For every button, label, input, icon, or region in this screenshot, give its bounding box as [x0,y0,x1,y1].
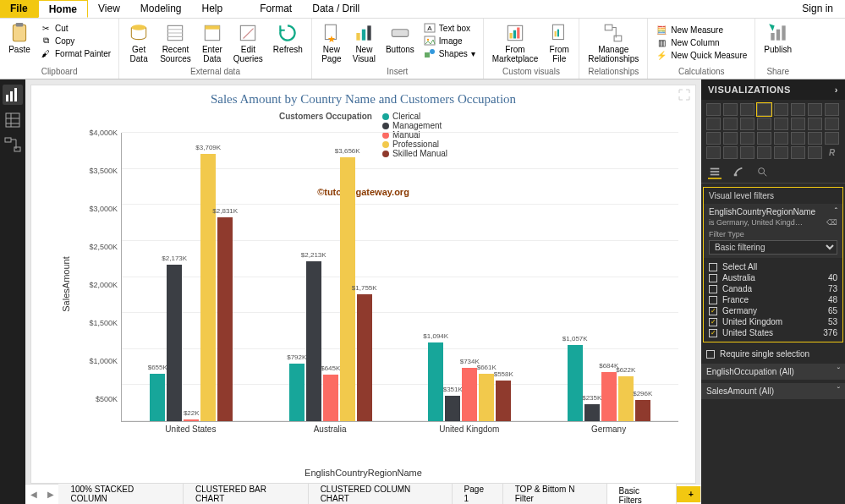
refresh-button[interactable]: Refresh [270,20,306,56]
enter-data-button[interactable]: Enter Data [198,20,227,65]
require-single-selection-row[interactable]: Require single selection [701,346,845,362]
filter-checkbox[interactable] [709,307,717,315]
bar[interactable]: $655K [150,374,165,421]
viz-type-button[interactable] [740,103,754,116]
bar[interactable]: $1,094K [428,342,443,421]
get-data-button[interactable]: Get Data [124,20,153,65]
format-painter-button[interactable]: 🖌Format Painter [37,47,113,59]
format-tab[interactable] [732,166,745,179]
page-tab-next[interactable]: ▶ [42,490,59,499]
legend-item[interactable]: Management [382,121,447,130]
viz-type-button[interactable] [723,103,738,116]
report-view-button[interactable] [3,85,23,105]
viz-type-button[interactable] [740,132,754,145]
visualizations-header[interactable]: VISUALIZATIONS › [701,79,845,100]
bar[interactable]: $296K [635,400,650,421]
chevron-up-icon[interactable]: ˆ [835,207,837,216]
viz-type-button[interactable] [791,132,805,145]
bar[interactable]: $351K [445,396,460,421]
new-measure-button[interactable]: 🧮New Measure [653,24,749,36]
filter-checkbox[interactable] [709,285,717,293]
viz-type-button[interactable] [774,146,788,159]
viz-type-button[interactable] [757,118,771,130]
viz-type-button[interactable] [791,103,805,116]
bar[interactable]: $645K [323,375,338,421]
filter-item[interactable]: United States376 [709,327,837,338]
page-tab-prev[interactable]: ◀ [25,490,42,499]
page-tab[interactable]: CLUSTERED BAR CHART [184,481,309,505]
require-single-checkbox[interactable] [706,350,715,359]
filter-card-country[interactable]: EnglishCountryRegionName ˆ is Germany, U… [704,204,842,258]
bar[interactable]: $2,831K [217,217,233,421]
copy-button[interactable]: ⧉Copy [37,35,113,47]
viz-type-button[interactable] [706,103,721,116]
page-tab[interactable]: Basic Filters [607,481,677,505]
bar[interactable]: $2,213K [306,261,321,421]
viz-type-button[interactable] [740,146,754,159]
edit-queries-button[interactable]: Edit Queries [230,20,266,65]
page-tab[interactable]: 100% STACKED COLUMN [58,481,184,505]
viz-type-button[interactable] [723,146,738,159]
menu-file[interactable]: File [0,0,38,18]
menu-modeling[interactable]: Modeling [130,0,192,18]
viz-type-button[interactable] [774,118,788,130]
viz-type-button[interactable] [723,132,738,145]
bar[interactable]: $235K [584,404,600,421]
filter-checkbox[interactable] [709,296,717,304]
viz-type-button[interactable] [740,118,754,130]
bar[interactable]: $684K [601,372,617,421]
new-visual-button[interactable]: New Visual [349,20,379,65]
viz-type-button[interactable] [757,146,771,159]
viz-type-button[interactable] [808,132,822,145]
from-file-button[interactable]: From File [545,20,573,65]
filter-item[interactable]: Canada73 [709,283,837,294]
add-page-button[interactable]: + [677,486,701,502]
viz-type-button[interactable] [706,132,721,145]
shapes-button[interactable]: Shapes ▾ [421,47,478,59]
filter-bucket-occupation[interactable]: EnglishOccupation (All)ˇ [701,364,845,380]
viz-type-button[interactable] [723,118,738,130]
page-tab[interactable]: Page 1 [453,481,503,505]
viz-type-button[interactable] [706,118,721,130]
bar[interactable]: $3,709K [200,154,216,421]
recent-sources-button[interactable]: Recent Sources [156,20,195,65]
focus-mode-icon[interactable] [678,89,690,101]
viz-type-button[interactable] [706,146,721,159]
bar[interactable]: $734K [462,368,477,421]
menu-view[interactable]: View [88,0,130,18]
page-tab[interactable]: CLUSTERED COLUMN CHART [309,481,453,505]
bar[interactable]: $1,057K [568,345,583,421]
filter-item[interactable]: United Kingdom53 [709,316,837,327]
manage-relationships-button[interactable]: Manage Relationships [584,20,642,65]
menu-help[interactable]: Help [192,0,233,18]
new-quick-measure-button[interactable]: ⚡New Quick Measure [653,49,749,61]
publish-button[interactable]: Publish [760,20,795,56]
report-canvas[interactable]: Sales Amount by Country Name and Custome… [30,85,696,484]
buttons-button[interactable]: Buttons [382,20,418,56]
viz-type-button[interactable] [791,146,805,159]
bar[interactable]: $2,173K [167,265,182,421]
from-marketplace-button[interactable]: From Marketplace [489,20,541,65]
bar[interactable]: $622K [618,376,634,421]
textbox-button[interactable]: AText box [421,22,478,34]
viz-type-button[interactable] [774,103,788,116]
analytics-tab[interactable] [755,166,769,179]
menu-home[interactable]: Home [38,0,88,18]
filter-checkbox[interactable] [709,263,717,271]
viz-type-button[interactable] [808,118,822,130]
bar[interactable]: $661K [479,374,494,421]
filter-type-select[interactable]: Basic filtering [709,240,837,255]
viz-type-button[interactable] [757,132,771,145]
bar[interactable]: $1,755K [357,294,372,421]
bar[interactable]: $792K [289,364,305,421]
filter-bucket-sales[interactable]: SalesAmount (All)ˇ [701,383,845,399]
viz-type-button[interactable] [757,103,771,116]
filter-item[interactable]: Select All [709,261,837,272]
bar[interactable]: $22K [184,419,199,421]
menu-format[interactable]: Format [250,0,302,18]
viz-type-r-button[interactable]: R [825,146,839,159]
filter-checkbox[interactable] [709,329,717,337]
sign-in-link[interactable]: Sign in [790,0,845,18]
bar[interactable]: $558K [496,381,511,421]
viz-type-button[interactable] [825,118,839,130]
